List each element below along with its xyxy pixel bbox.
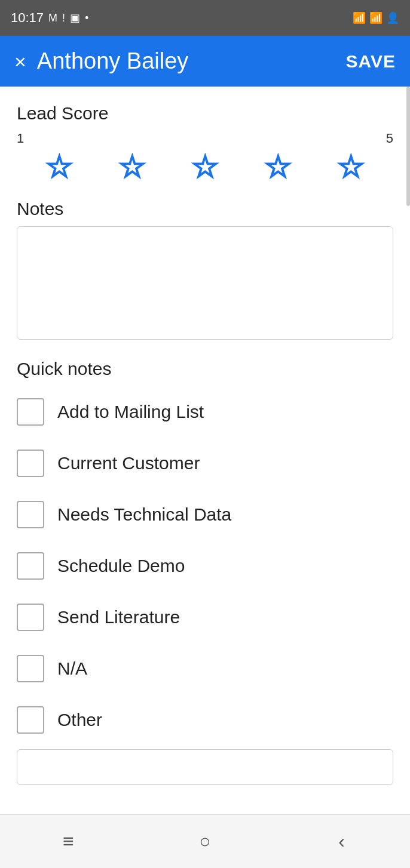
quick-note-customer: Current Customer bbox=[17, 438, 393, 489]
status-bar-left: 10:17 M ! ▣ • bbox=[11, 10, 88, 26]
home-icon: ○ bbox=[199, 830, 210, 852]
menu-icon: ≡ bbox=[63, 830, 74, 852]
quick-note-mailing: Add to Mailing List bbox=[17, 386, 393, 438]
nav-home-button[interactable]: ○ bbox=[181, 824, 229, 860]
stars-row: ☆ ☆ ☆ ☆ ☆ bbox=[17, 151, 393, 182]
lead-score-label: Lead Score bbox=[17, 103, 393, 124]
label-technical: Needs Technical Data bbox=[57, 504, 231, 525]
camera-icon: ▣ bbox=[70, 11, 80, 24]
label-literature: Send Literature bbox=[57, 607, 180, 627]
mail-icon: M bbox=[48, 12, 57, 24]
star-1[interactable]: ☆ bbox=[45, 151, 74, 182]
checkbox-demo[interactable] bbox=[17, 552, 44, 580]
lead-score-max: 5 bbox=[386, 131, 393, 146]
user-icon: 👤 bbox=[386, 11, 399, 24]
nav-menu-button[interactable]: ≡ bbox=[44, 824, 92, 860]
signal-icon: 📶 bbox=[369, 11, 383, 24]
status-time: 10:17 bbox=[11, 10, 44, 26]
label-na: N/A bbox=[57, 658, 87, 679]
nav-back-button[interactable]: ‹ bbox=[318, 824, 366, 860]
checkbox-technical[interactable] bbox=[17, 501, 44, 528]
quick-notes-section: Quick notes Add to Mailing List Current … bbox=[17, 359, 393, 797]
lead-score-section: Lead Score 1 5 ☆ ☆ ☆ ☆ ☆ bbox=[17, 103, 393, 182]
bottom-nav: ≡ ○ ‹ bbox=[0, 814, 410, 868]
checkbox-literature[interactable] bbox=[17, 604, 44, 631]
quick-note-other: Other bbox=[17, 694, 393, 746]
notes-input[interactable] bbox=[17, 226, 393, 340]
other-text-input[interactable] bbox=[17, 749, 393, 785]
lead-score-min: 1 bbox=[17, 131, 24, 146]
star-3[interactable]: ☆ bbox=[191, 151, 219, 182]
label-other: Other bbox=[57, 710, 102, 730]
dot-icon: • bbox=[85, 12, 88, 24]
star-5[interactable]: ☆ bbox=[337, 151, 365, 182]
lead-score-range: 1 5 bbox=[17, 131, 393, 146]
close-button[interactable]: × bbox=[14, 51, 26, 72]
back-icon: ‹ bbox=[338, 830, 345, 852]
label-demo: Schedule Demo bbox=[57, 556, 185, 576]
alert-icon: ! bbox=[62, 12, 65, 24]
quick-note-na: N/A bbox=[17, 643, 393, 694]
label-mailing: Add to Mailing List bbox=[57, 402, 204, 422]
wifi-icon: 📶 bbox=[353, 11, 366, 24]
notes-label: Notes bbox=[17, 199, 393, 219]
quick-note-literature: Send Literature bbox=[17, 592, 393, 643]
notes-section: Notes bbox=[17, 199, 393, 342]
quick-note-technical: Needs Technical Data bbox=[17, 489, 393, 540]
header-left: × Anthony Bailey bbox=[14, 48, 188, 74]
star-4[interactable]: ☆ bbox=[264, 151, 292, 182]
header: × Anthony Bailey SAVE bbox=[0, 36, 410, 87]
checkbox-mailing[interactable] bbox=[17, 398, 44, 426]
quick-note-demo: Schedule Demo bbox=[17, 540, 393, 592]
status-bar-right: 📶 📶 👤 bbox=[353, 11, 399, 24]
label-customer: Current Customer bbox=[57, 453, 200, 473]
main-content: Lead Score 1 5 ☆ ☆ ☆ ☆ ☆ Notes Quick not… bbox=[0, 87, 410, 814]
checkbox-other[interactable] bbox=[17, 706, 44, 734]
status-bar: 10:17 M ! ▣ • 📶 📶 👤 bbox=[0, 0, 410, 36]
checkbox-customer[interactable] bbox=[17, 450, 44, 477]
checkbox-na[interactable] bbox=[17, 655, 44, 682]
star-2[interactable]: ☆ bbox=[118, 151, 146, 182]
save-button[interactable]: SAVE bbox=[346, 51, 396, 72]
contact-name: Anthony Bailey bbox=[37, 48, 189, 74]
quick-notes-label: Quick notes bbox=[17, 359, 393, 379]
